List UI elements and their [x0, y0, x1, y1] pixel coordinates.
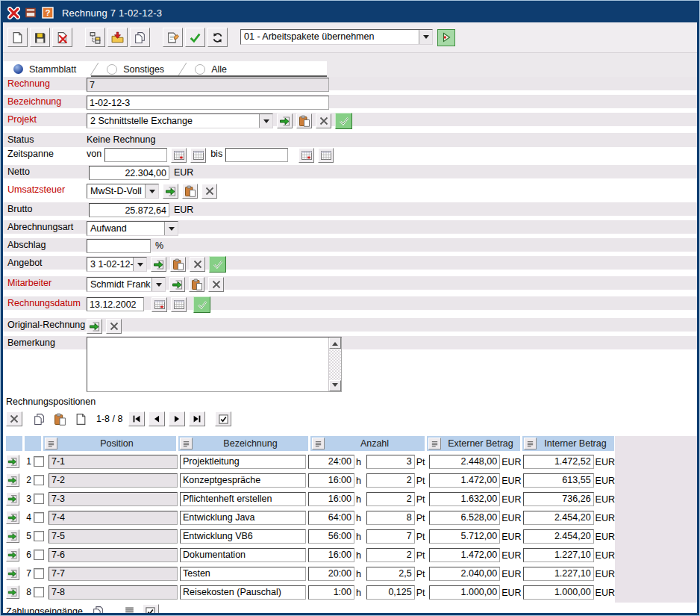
projekt-paste-button[interactable] [296, 113, 312, 128]
bis-date-picker-button[interactable] [299, 148, 314, 163]
position-field[interactable] [49, 511, 178, 525]
copy-payments-button[interactable] [90, 603, 107, 613]
interner-betrag-field[interactable] [523, 567, 594, 581]
anzahl-points-field[interactable] [366, 567, 415, 581]
confirm-button[interactable] [185, 28, 205, 47]
externer-betrag-field[interactable] [429, 455, 500, 469]
angebot-clear-button[interactable] [190, 257, 205, 272]
import-button[interactable] [107, 28, 128, 47]
open-position-button[interactable] [6, 529, 19, 543]
bemerkung-textarea[interactable] [87, 337, 328, 391]
von-date-picker-button[interactable] [171, 148, 187, 163]
open-position-button[interactable] [6, 585, 19, 599]
sort-button[interactable] [45, 438, 57, 449]
bezeichnung-field[interactable] [180, 567, 306, 581]
transfer-button[interactable] [163, 28, 183, 47]
interner-betrag-field[interactable] [523, 529, 594, 544]
bezeichnung-field[interactable] [180, 473, 306, 488]
projekt-select[interactable]: 2 Schnittstelle Exchange [87, 113, 273, 128]
externer-betrag-field[interactable] [429, 511, 500, 525]
anzahl-points-field[interactable] [366, 492, 415, 506]
row-checkbox[interactable] [34, 568, 44, 579]
open-position-button[interactable] [6, 492, 19, 505]
sort-button[interactable] [524, 438, 537, 449]
bezeichnung-field[interactable] [180, 529, 306, 544]
interner-betrag-field[interactable] [523, 473, 594, 488]
position-field[interactable] [49, 548, 178, 562]
zeitspanne-von-input[interactable] [104, 148, 167, 162]
action-select[interactable]: 01 - Arbeitspakete übernehmen [240, 29, 433, 45]
save-button[interactable] [30, 28, 50, 47]
bezeichnung-field[interactable] [180, 585, 306, 600]
anzahl-hours-field[interactable] [308, 567, 354, 581]
mitarbeiter-paste-button[interactable] [189, 277, 204, 292]
tree-view-button[interactable] [85, 28, 105, 47]
scrollbar[interactable] [328, 337, 341, 391]
angebot-confirm-button[interactable] [209, 256, 226, 273]
umsatzsteuer-paste-button[interactable] [182, 184, 198, 199]
anzahl-hours-field[interactable] [308, 529, 354, 544]
rechnungsdatum-input[interactable] [87, 297, 144, 311]
position-field[interactable] [49, 455, 178, 469]
externer-betrag-field[interactable] [429, 492, 500, 506]
externer-betrag-field[interactable] [429, 567, 500, 581]
anzahl-hours-field[interactable] [308, 492, 354, 506]
angebot-assign-button[interactable] [151, 257, 166, 272]
delete-button[interactable] [52, 28, 72, 47]
payments-checkbox-button[interactable] [143, 604, 159, 613]
mitarbeiter-assign-button[interactable] [169, 277, 185, 292]
rechnungsdatum-date-picker-button[interactable] [151, 297, 167, 312]
abschlag-input[interactable] [87, 239, 151, 253]
interner-betrag-field[interactable] [523, 492, 594, 506]
delete-position-button[interactable] [6, 411, 22, 426]
externer-betrag-field[interactable] [429, 548, 500, 562]
column-header-interner-betrag[interactable]: Interner Betrag [522, 436, 614, 451]
position-field[interactable] [49, 567, 178, 581]
copy-position-button[interactable] [31, 411, 47, 427]
externer-betrag-field[interactable] [429, 473, 500, 488]
tab-sonstiges[interactable]: Sonstiges [96, 61, 172, 77]
anzahl-points-field[interactable] [366, 529, 415, 544]
rechnungsdatum-confirm-button[interactable] [193, 296, 210, 313]
rechnung-input[interactable] [87, 78, 329, 92]
nav-last-button[interactable] [189, 411, 205, 426]
bis-calendar-button[interactable] [318, 148, 334, 163]
interner-betrag-field[interactable] [523, 585, 594, 600]
new-button[interactable] [7, 28, 28, 47]
row-checkbox[interactable] [34, 494, 44, 504]
bezeichnung-input[interactable] [87, 96, 329, 110]
rechnungsdatum-calendar-button[interactable] [171, 297, 187, 312]
bezeichnung-field[interactable] [180, 548, 306, 562]
new-position-button[interactable] [72, 411, 89, 427]
row-checkbox[interactable] [34, 550, 44, 560]
projekt-clear-button[interactable] [316, 113, 331, 128]
anzahl-hours-field[interactable] [308, 511, 354, 525]
umsatzsteuer-clear-button[interactable] [201, 184, 217, 199]
column-header-bezeichnung[interactable]: Bezeichnung [178, 436, 308, 451]
sort-button[interactable] [180, 438, 193, 449]
row-checkbox[interactable] [34, 531, 44, 541]
sort-button[interactable] [312, 438, 325, 449]
angebot-select[interactable]: 3 1-02-12-2 [87, 257, 147, 272]
externer-betrag-field[interactable] [429, 529, 500, 544]
nav-first-button[interactable] [128, 411, 145, 426]
netto-input[interactable] [89, 166, 169, 180]
row-checkbox[interactable] [34, 475, 44, 485]
row-checkbox[interactable] [34, 456, 44, 467]
close-icon[interactable] [6, 5, 21, 20]
column-header-externer-betrag[interactable]: Externer Betrag [427, 436, 520, 451]
row-checkbox[interactable] [34, 587, 44, 597]
mitarbeiter-clear-button[interactable] [208, 277, 224, 292]
von-calendar-button[interactable] [190, 148, 206, 163]
anzahl-points-field[interactable] [366, 511, 415, 525]
tab-alle[interactable]: Alle [184, 61, 234, 77]
anzahl-hours-field[interactable] [308, 455, 354, 469]
position-field[interactable] [49, 529, 178, 544]
externer-betrag-field[interactable] [429, 585, 500, 600]
position-field[interactable] [49, 473, 178, 488]
open-position-button[interactable] [6, 511, 19, 524]
umsatzsteuer-assign-button[interactable] [163, 184, 178, 199]
nav-prev-button[interactable] [149, 411, 165, 426]
column-header-anzahl[interactable]: Anzahl [310, 436, 425, 451]
anzahl-points-field[interactable] [366, 548, 415, 562]
